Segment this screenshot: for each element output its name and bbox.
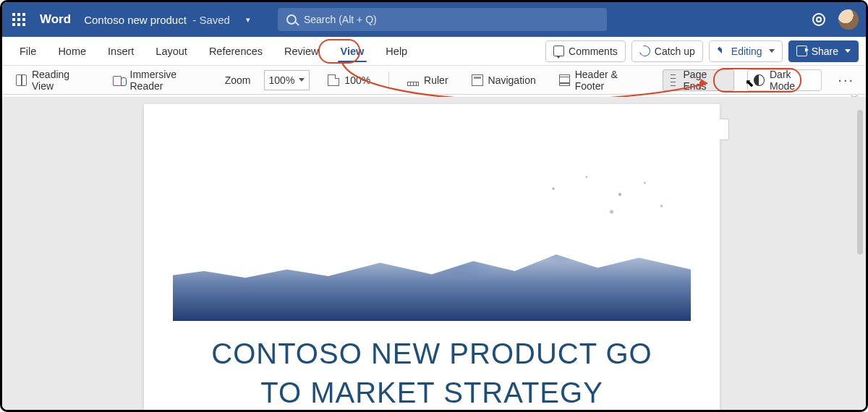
tab-view[interactable]: View	[331, 37, 375, 65]
reading-view-button[interactable]: Reading View	[11, 69, 95, 91]
zoom-select[interactable]: 100%	[264, 70, 310, 90]
save-status: - Saved	[190, 14, 230, 26]
immersive-reader-icon	[113, 74, 125, 86]
share-button[interactable]: Share	[788, 40, 859, 62]
navigation-button[interactable]: Navigation	[467, 69, 541, 91]
app-name: Word	[40, 12, 71, 27]
ruler-label: Ruler	[424, 74, 448, 86]
view-toolbar: Reading View Immersive Reader Zoom 100% …	[2, 66, 866, 95]
tab-review[interactable]: Review	[274, 37, 329, 65]
page-ends-button[interactable]: Page Ends	[663, 69, 734, 91]
tab-help[interactable]: Help	[375, 37, 417, 65]
chevron-down-icon	[769, 49, 775, 53]
catch-up-label: Catch up	[655, 46, 695, 57]
reading-view-label: Reading View	[32, 69, 90, 92]
editing-mode-button[interactable]: Editing	[709, 40, 783, 62]
tab-layout[interactable]: Layout	[145, 37, 197, 65]
zoom-value: 100%	[269, 74, 295, 86]
header-footer-icon	[559, 74, 570, 86]
page-side-tab[interactable]	[720, 119, 729, 140]
editing-label: Editing	[731, 46, 762, 57]
zoom-100-label: 100%	[344, 74, 370, 86]
immersive-reader-label: Immersive Reader	[130, 69, 207, 92]
share-icon	[796, 46, 807, 56]
heading-line-2: TO MARKET STRATEGY	[260, 377, 603, 408]
tab-insert[interactable]: Insert	[98, 37, 144, 65]
header-footer-label: Header & Footer	[575, 69, 644, 92]
document-page[interactable]: CONTOSO NEW PRODUCT GO TO MARKET STRATEG…	[144, 104, 720, 410]
tab-file[interactable]: File	[9, 37, 46, 65]
page-ends-icon	[668, 74, 678, 86]
separator	[388, 72, 389, 89]
document-title[interactable]: Contoso new product - Saved	[84, 14, 230, 26]
navigation-icon	[472, 74, 483, 86]
tab-references[interactable]: References	[199, 37, 273, 65]
titlebar: Word Contoso new product - Saved ▾ Searc…	[2, 2, 866, 37]
user-avatar[interactable]	[838, 9, 859, 30]
chevron-down-icon	[299, 78, 305, 82]
immersive-reader-button[interactable]: Immersive Reader	[108, 69, 212, 91]
overflow-menu-button[interactable]: ···	[835, 72, 857, 88]
heading-line-1: CONTOSO NEW PRODUCT GO	[211, 338, 652, 369]
document-heading[interactable]: CONTOSO NEW PRODUCT GO TO MARKET STRATEG…	[144, 334, 720, 410]
catch-up-icon	[639, 46, 650, 56]
page-ends-label: Page Ends	[684, 69, 730, 92]
page-icon	[328, 74, 339, 86]
share-label: Share	[812, 46, 838, 57]
search-box[interactable]: Search (Alt + Q)	[278, 8, 607, 31]
reading-view-icon	[16, 74, 27, 86]
zoom-label: Zoom	[225, 74, 251, 86]
comments-button[interactable]: Comments	[545, 40, 626, 62]
dark-mode-button[interactable]: Dark Mode	[747, 69, 822, 91]
catch-up-button[interactable]: Catch up	[631, 40, 703, 62]
ruler-icon	[407, 82, 419, 86]
ribbon-tabs: File Home Insert Layout References Revie…	[2, 37, 866, 66]
navigation-label: Navigation	[488, 74, 536, 86]
tab-home[interactable]: Home	[48, 37, 96, 65]
search-icon	[286, 14, 297, 25]
document-dropdown-icon[interactable]: ▾	[246, 15, 250, 25]
header-footer-button[interactable]: Header & Footer	[554, 69, 650, 91]
zoom-100-button[interactable]: 100%	[323, 69, 375, 91]
settings-icon[interactable]	[812, 13, 825, 26]
pencil-icon	[715, 44, 729, 59]
vertical-scrollbar[interactable]	[857, 110, 863, 254]
chevron-down-icon	[845, 49, 851, 53]
dark-mode-icon	[754, 74, 765, 86]
dark-mode-label: Dark Mode	[770, 69, 815, 92]
ruler-button[interactable]: Ruler	[402, 69, 453, 91]
comments-label: Comments	[569, 46, 618, 57]
document-canvas: CONTOSO NEW PRODUCT GO TO MARKET STRATEG…	[2, 97, 866, 410]
app-launcher-icon[interactable]	[12, 13, 25, 26]
search-placeholder: Search (Alt + Q)	[304, 14, 377, 25]
comment-icon	[553, 46, 564, 56]
document-name: Contoso new product	[84, 14, 187, 26]
